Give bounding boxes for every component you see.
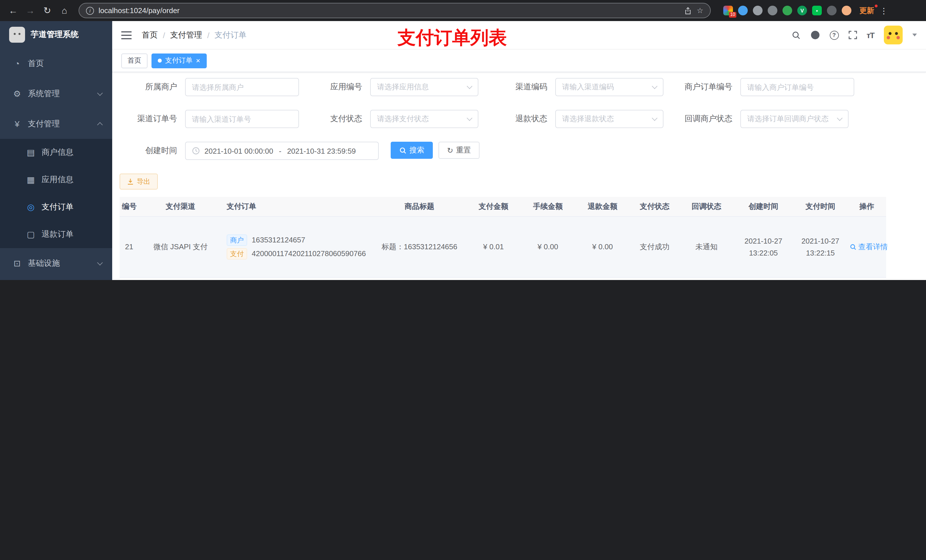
logo[interactable]: 芋道管理系统	[0, 21, 112, 48]
browser-menu-icon[interactable]: ⋮	[876, 6, 891, 15]
channel-code-select[interactable]: 请输入渠道编码	[555, 78, 663, 96]
cell-status: 支付成功	[630, 216, 679, 277]
card-icon: ▤	[25, 147, 36, 158]
search-button[interactable]: 搜索	[391, 142, 433, 159]
extension-chat-icon[interactable]: ▪	[812, 6, 822, 15]
help-icon[interactable]: ?	[829, 30, 838, 39]
browser-back-button[interactable]: ←	[6, 3, 21, 18]
date-start-value[interactable]: 2021-10-01 00:00:00	[204, 146, 273, 155]
cell-order: 商户1635311949168 支付4200001181202110277723…	[223, 277, 372, 280]
table-header-row: 编号 支付渠道 支付订单 商品标题 支付金额 手续金额 退款金额 支付状态 回调…	[120, 197, 886, 216]
reset-button[interactable]: ↻ 重置	[439, 142, 480, 159]
extension-colorful-icon[interactable]: 10	[723, 6, 733, 15]
tab-home[interactable]: 首页	[121, 53, 147, 68]
browser-toolbar: ← → ↻ ⌂ i localhost:1024/pay/order ☆ 10 …	[0, 0, 926, 21]
sidebar-item-merchant-info[interactable]: ▤ 商户信息	[0, 139, 112, 166]
browser-reload-button[interactable]: ↻	[40, 3, 54, 18]
extension-green-icon[interactable]	[782, 6, 792, 15]
cell-action: 查看详情	[847, 277, 886, 280]
extension-face-icon[interactable]	[842, 6, 851, 15]
user-avatar[interactable]	[884, 26, 903, 44]
breadcrumb-home[interactable]: 首页	[142, 30, 158, 40]
annotation-title: 支付订单列表	[398, 26, 507, 51]
sidebar-item-home[interactable]: ◔ 首页	[0, 48, 112, 78]
extension-v-icon[interactable]: V	[797, 6, 807, 15]
screen: ← → ↻ ⌂ i localhost:1024/pay/order ☆ 10 …	[0, 0, 926, 280]
export-button[interactable]: 导出	[120, 174, 158, 190]
view-detail-link[interactable]: 查看详情	[850, 242, 888, 252]
cell-amount: ¥ 0.01	[466, 277, 520, 280]
browser-forward-button[interactable]: →	[23, 3, 38, 18]
sidebar-item-app-info[interactable]: ▦ 应用信息	[0, 166, 112, 193]
filter-label-merchant: 所属商户	[120, 82, 185, 92]
extension-gray-icon[interactable]	[753, 6, 763, 15]
date-end-value[interactable]: 2021-10-31 23:59:59	[287, 146, 356, 155]
tab-close-icon[interactable]: ×	[196, 57, 200, 64]
cell-created: 2021-10-2713:22:05	[734, 216, 793, 277]
sidebar-item-refund-order[interactable]: ▢ 退款订单	[0, 221, 112, 248]
font-size-icon[interactable]: тT	[867, 30, 874, 39]
sidebar-item-pay-order[interactable]: ◎ 支付订单	[0, 193, 112, 221]
sidebar-item-system[interactable]: ⚙ 系统管理	[0, 78, 112, 109]
cell-order: 商户1635312124657 支付4200001174202110278060…	[223, 216, 372, 277]
tab-bar: 首页 支付订单 ×	[112, 50, 926, 72]
page-content: 所属商户 应用编号 请选择应用信息 渠道编码 请输入渠道编码	[112, 72, 926, 280]
filter-label-app-no: 应用编号	[305, 82, 370, 92]
cell-action: 查看详情	[847, 216, 886, 277]
cell-refund: ¥ 0.00	[575, 216, 630, 277]
extension-gray2-icon[interactable]	[768, 6, 777, 15]
chevron-down-icon	[97, 90, 103, 96]
merchant-tag: 商户	[227, 234, 247, 246]
sidebar-item-payment[interactable]: ¥ 支付管理	[0, 109, 112, 139]
address-bar[interactable]: i localhost:1024/pay/order ☆	[79, 3, 711, 18]
chevron-down-icon	[652, 83, 658, 89]
pay-status-select[interactable]: 请选择支付状态	[370, 110, 478, 128]
sidebar-item-infrastructure[interactable]: ⊡ 基础设施	[0, 248, 112, 278]
chevron-down-icon	[652, 115, 658, 121]
tab-pay-order[interactable]: 支付订单 ×	[151, 53, 206, 68]
dashboard-icon: ◔	[11, 59, 23, 68]
cell-created: 2021-10-2713:19:09	[734, 277, 793, 280]
sidebar: 芋道管理系统 ◔ 首页 ⚙ 系统管理 ¥ 支付管理	[0, 21, 112, 280]
target-icon: ◎	[25, 202, 36, 212]
bookmark-star-icon[interactable]: ☆	[697, 6, 703, 15]
grid-icon: ▦	[25, 175, 36, 185]
cell-channel: 微信 JSAPI 支付	[138, 216, 223, 277]
sidebar-item-dev-tools[interactable]: ⊠ 研发工具	[0, 278, 112, 280]
fullscreen-icon[interactable]	[848, 31, 857, 39]
download-icon	[127, 178, 134, 185]
logo-avatar	[9, 27, 25, 43]
app-no-select[interactable]: 请选择应用信息	[370, 78, 478, 96]
search-icon[interactable]	[791, 30, 800, 39]
share-icon[interactable]	[684, 6, 692, 15]
filter-label-merchant-order-no: 商户订单编号	[675, 82, 740, 92]
extension-puzzle-icon[interactable]	[827, 6, 837, 15]
chevron-up-icon	[97, 122, 103, 128]
sidebar-menu: ◔ 首页 ⚙ 系统管理 ¥ 支付管理 ▤ 商户信息	[0, 48, 112, 280]
refund-status-select[interactable]: 请选择退款状态	[555, 110, 663, 128]
extension-blue-icon[interactable]	[738, 6, 748, 15]
merchant-order-no-input[interactable]	[740, 78, 854, 96]
notify-status-select[interactable]: 请选择订单回调商户状态	[740, 110, 849, 128]
created-time-range-picker[interactable]: 2021-10-01 00:00:00 - 2021-10-31 23:59:5…	[185, 142, 379, 160]
extension-badge: 10	[729, 12, 736, 18]
browser-update-button[interactable]: 更新	[859, 5, 874, 16]
pay-tag: 支付	[227, 248, 247, 259]
filter-label-created-time: 创建时间	[120, 146, 185, 156]
merchant-input[interactable]	[185, 78, 299, 96]
cell-fee: ¥ 0.00	[520, 216, 575, 277]
cell-paid: 2021-10-2713:19:15	[793, 277, 847, 280]
breadcrumb: 首页 / 支付管理 / 支付订单	[142, 30, 247, 40]
document-icon: ▢	[25, 229, 36, 240]
cell-fee: ¥ 0.00	[520, 277, 575, 280]
filter-label-refund-status: 退款状态	[490, 114, 555, 124]
avatar-caret-down-icon[interactable]	[912, 33, 917, 36]
channel-order-no-input[interactable]	[185, 110, 299, 128]
top-navbar: 首页 / 支付管理 / 支付订单 ?	[112, 21, 926, 50]
table-row: 20 微信 JSAPI 支付 商户1635311949168 支付4200001…	[120, 277, 886, 280]
site-info-icon[interactable]: i	[86, 6, 94, 15]
sidebar-fold-icon[interactable]	[121, 35, 132, 36]
github-icon[interactable]	[810, 30, 820, 40]
browser-home-button[interactable]: ⌂	[57, 3, 72, 18]
breadcrumb-payment[interactable]: 支付管理	[170, 30, 202, 40]
